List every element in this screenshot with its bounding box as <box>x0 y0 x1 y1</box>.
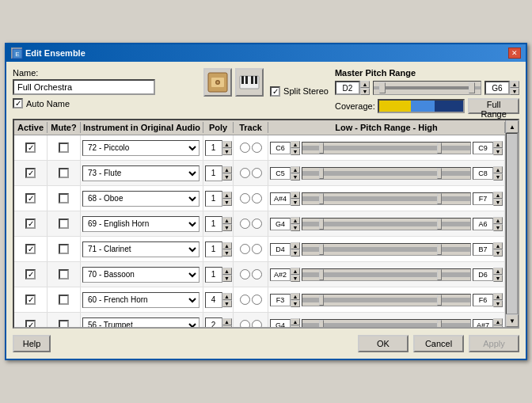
poly-input[interactable] <box>205 191 222 207</box>
pitch-low-input[interactable] <box>335 81 360 95</box>
pitch-low-val[interactable] <box>270 294 291 306</box>
instrument-select[interactable]: 56 - Trumpet <box>82 317 200 328</box>
pitch-low-val[interactable] <box>270 192 291 205</box>
svg-rect-10 <box>255 76 257 84</box>
svg-text:E: E <box>15 51 19 58</box>
pitch-high-val[interactable] <box>473 319 493 328</box>
track-radio-2[interactable] <box>252 143 262 153</box>
scroll-down-button[interactable]: ▼ <box>506 314 519 327</box>
pl-up[interactable]: ▲ <box>291 141 300 148</box>
pitch-low-down[interactable]: ▼ <box>360 88 370 95</box>
poly-input[interactable] <box>205 317 222 328</box>
coverage-yellow <box>379 101 411 112</box>
row-active-checkbox[interactable] <box>25 219 36 229</box>
pitch-low-val[interactable] <box>270 243 291 256</box>
instrument-select[interactable]: 70 - Bassoon <box>82 267 200 283</box>
row-mute-checkbox[interactable] <box>59 269 69 279</box>
poly-input[interactable] <box>205 267 222 283</box>
scroll-track[interactable] <box>506 133 518 314</box>
track-radio-1[interactable] <box>240 193 250 203</box>
pitch-high-val[interactable] <box>473 243 493 256</box>
help-button[interactable]: Help <box>13 335 51 352</box>
track-radio-2[interactable] <box>252 193 262 203</box>
pitch-low-val[interactable] <box>270 142 291 154</box>
pitch-low-val[interactable] <box>270 167 291 180</box>
row-mute-checkbox[interactable] <box>59 143 69 153</box>
pitch-low-spin: ▲ ▼ <box>360 81 370 95</box>
row-active-checkbox[interactable] <box>25 269 36 279</box>
poly-up[interactable]: ▲ <box>222 141 232 148</box>
scroll-up-button[interactable]: ▲ <box>506 120 519 133</box>
poly-input[interactable] <box>205 292 222 308</box>
track-radio-1[interactable] <box>240 295 250 305</box>
track-radio-1[interactable] <box>240 244 250 254</box>
instrument-select[interactable]: 68 - Oboe <box>82 191 200 207</box>
row-pitch-slider[interactable] <box>302 142 471 154</box>
row-mute-checkbox[interactable] <box>59 320 69 327</box>
pitch-low-val[interactable] <box>270 218 291 230</box>
row-mute-checkbox[interactable] <box>59 168 69 178</box>
track-radio-1[interactable] <box>240 143 250 153</box>
row-mute-checkbox[interactable] <box>59 295 69 305</box>
track-radio-2[interactable] <box>252 219 262 229</box>
coverage-label: Coverage: <box>335 101 374 111</box>
pitch-high-val[interactable] <box>473 218 493 230</box>
track-radio-1[interactable] <box>240 320 250 327</box>
pl-down[interactable]: ▼ <box>291 148 300 155</box>
instrument-select[interactable]: 71 - Clarinet <box>82 241 200 257</box>
track-radio-2[interactable] <box>252 320 262 327</box>
auto-name-checkbox[interactable] <box>13 98 23 108</box>
ensemble-icon-button[interactable] <box>203 68 232 97</box>
pitch-low-val[interactable] <box>270 319 291 328</box>
header-active: Active <box>14 122 48 133</box>
poly-input[interactable] <box>205 165 222 181</box>
ph-down[interactable]: ▼ <box>493 148 503 155</box>
instrument-select[interactable]: 60 - French Horn <box>82 292 200 308</box>
pitch-low-val[interactable] <box>270 268 291 281</box>
pitch-high-val[interactable] <box>473 192 493 205</box>
track-radio-1[interactable] <box>240 219 250 229</box>
track-radio-1[interactable] <box>240 269 250 279</box>
apply-button[interactable]: Apply <box>469 335 519 352</box>
poly-input[interactable] <box>205 140 222 156</box>
pitch-high-val[interactable] <box>473 268 493 281</box>
full-range-button[interactable]: Full Range <box>468 98 519 114</box>
pitch-high-val[interactable] <box>473 142 493 154</box>
row-active-checkbox[interactable] <box>25 295 36 305</box>
ok-button[interactable]: OK <box>358 335 408 352</box>
close-button[interactable]: ✕ <box>508 48 521 59</box>
row-active-checkbox[interactable] <box>25 320 36 327</box>
pitch-low-up[interactable]: ▲ <box>360 81 370 88</box>
pitch-high-down[interactable]: ▼ <box>510 88 519 95</box>
track-radio-2[interactable] <box>252 168 262 178</box>
poly-input[interactable] <box>205 241 222 257</box>
instrument-select[interactable]: 69 - English Horn <box>82 216 200 232</box>
pitch-high-val[interactable] <box>473 294 493 306</box>
name-input[interactable] <box>13 79 155 95</box>
pitch-high-input[interactable] <box>484 81 510 95</box>
ph-up[interactable]: ▲ <box>493 141 503 148</box>
instrument-select[interactable]: 72 - Piccolo <box>82 140 200 156</box>
pitch-high-val[interactable] <box>473 167 493 180</box>
cancel-button[interactable]: Cancel <box>413 335 464 352</box>
split-stereo-checkbox[interactable] <box>270 86 280 97</box>
track-radio-2[interactable] <box>252 244 262 254</box>
track-radio-1[interactable] <box>240 168 250 178</box>
row-active-checkbox[interactable] <box>25 193 36 203</box>
instrument-select[interactable]: 73 - Flute <box>82 165 200 181</box>
poly-input[interactable] <box>205 216 222 232</box>
row-mute-checkbox[interactable] <box>59 219 69 229</box>
row-active-checkbox[interactable] <box>25 143 36 153</box>
piano-icon-button[interactable] <box>235 68 264 97</box>
row-active-checkbox[interactable] <box>25 168 36 178</box>
track-radio-2[interactable] <box>252 295 262 305</box>
poly-down[interactable]: ▼ <box>222 148 232 155</box>
table-row: 73 - Flute ▲▼ ▲▼▲▼ <box>14 161 505 186</box>
row-active-checkbox[interactable] <box>25 244 36 254</box>
table-scrollbar[interactable]: ▲ ▼ <box>505 120 518 327</box>
pitch-high-up[interactable]: ▲ <box>510 81 519 88</box>
row-mute-checkbox[interactable] <box>59 193 69 203</box>
master-pitch-slider[interactable] <box>373 81 481 95</box>
row-mute-checkbox[interactable] <box>59 244 69 254</box>
track-radio-2[interactable] <box>252 269 262 279</box>
